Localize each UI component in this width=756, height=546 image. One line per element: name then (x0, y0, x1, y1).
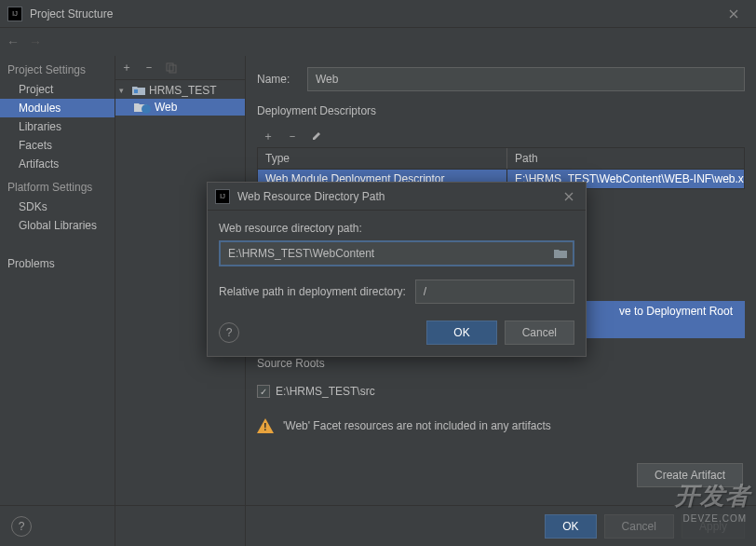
tree-facet-label: Web (155, 101, 177, 114)
deployment-descriptors-heading: Deployment Descriptors (257, 104, 745, 117)
sidebar-item-global-libraries[interactable]: Global Libraries (0, 216, 115, 235)
app-icon: IJ (7, 7, 22, 21)
nav-toolbar: ← → (0, 28, 756, 56)
sidebar-heading-platform: Platform Settings (0, 177, 115, 198)
source-roots-heading: Source Roots (257, 357, 745, 370)
add-descriptor-icon[interactable]: ＋ (261, 129, 276, 143)
folder-icon (132, 85, 145, 96)
ok-button[interactable]: OK (545, 514, 596, 539)
module-tree: ▾ HRMS_TEST Web (115, 80, 245, 116)
sidebar-item-facets[interactable]: Facets (0, 136, 115, 155)
module-toolbar: ＋ － (115, 56, 245, 80)
table-header: Type Path (258, 148, 744, 170)
source-root-row[interactable]: ✓ E:\HRMS_TEST\src (257, 377, 745, 405)
dialog-help-icon[interactable]: ? (219, 322, 239, 343)
dialog-label-path: Web resource directory path: (219, 222, 574, 235)
window-title: Project Structure (30, 7, 719, 20)
dialog-title: Web Resource Directory Path (237, 190, 560, 203)
bottom-bar: ? OK Cancel Apply (0, 505, 756, 546)
dialog-path-input-wrap (219, 240, 574, 266)
help-icon[interactable]: ? (11, 516, 32, 537)
svg-rect-2 (134, 89, 138, 93)
descriptors-toolbar: ＋ － (257, 125, 745, 147)
remove-descriptor-icon[interactable]: － (285, 129, 300, 143)
sidebar-item-sdks[interactable]: SDKs (0, 198, 115, 216)
dialog-label-relative: Relative path in deployment directory: (219, 285, 406, 298)
sidebar-item-problems[interactable]: Problems (0, 248, 115, 273)
add-icon[interactable]: ＋ (119, 61, 134, 75)
browse-folder-icon[interactable] (554, 248, 567, 259)
dialog-ok-button[interactable]: OK (426, 321, 496, 345)
create-artifact-button[interactable]: Create Artifact (637, 463, 743, 487)
dialog-titlebar: IJ Web Resource Directory Path (208, 183, 586, 211)
sidebar: Project Settings Project Modules Librari… (0, 56, 115, 546)
sidebar-item-artifacts[interactable]: Artifacts (0, 155, 115, 173)
caret-down-icon: ▾ (119, 86, 128, 95)
col-type[interactable]: Type (258, 148, 507, 169)
col-path[interactable]: Path (507, 148, 744, 169)
sidebar-item-modules[interactable]: Modules (0, 99, 115, 117)
titlebar: IJ Project Structure (0, 0, 756, 28)
apply-button[interactable]: Apply (682, 514, 745, 539)
dialog-path-input[interactable] (221, 242, 554, 265)
dialog-cancel-button[interactable]: Cancel (505, 321, 574, 345)
sidebar-heading-project: Project Settings (0, 60, 115, 80)
back-icon[interactable]: ← (4, 33, 22, 51)
name-label: Name: (257, 73, 296, 86)
forward-icon[interactable]: → (26, 33, 45, 51)
warning-icon (257, 418, 274, 433)
sidebar-item-libraries[interactable]: Libraries (0, 117, 115, 136)
warning-text: 'Web' Facet resources are not included i… (283, 419, 551, 432)
source-root-path: E:\HRMS_TEST\src (276, 385, 375, 398)
name-input[interactable] (307, 67, 745, 91)
sidebar-item-project[interactable]: Project (0, 80, 115, 99)
tree-module-label: HRMS_TEST (149, 84, 217, 97)
cancel-button[interactable]: Cancel (604, 514, 674, 539)
checkbox-icon[interactable]: ✓ (257, 385, 270, 398)
tree-facet-web[interactable]: Web (115, 99, 245, 116)
dialog-close-icon[interactable] (560, 185, 578, 208)
edit-descriptor-icon[interactable] (309, 129, 324, 143)
dialog-relative-input[interactable] (415, 280, 574, 304)
copy-icon[interactable] (164, 61, 179, 75)
remove-icon[interactable]: － (142, 61, 156, 75)
dialog-web-resource-path: IJ Web Resource Directory Path Web resou… (207, 182, 587, 357)
dialog-app-icon: IJ (215, 189, 230, 204)
globe-icon (142, 104, 151, 114)
close-icon[interactable] (719, 3, 749, 25)
tree-module[interactable]: ▾ HRMS_TEST (115, 82, 245, 99)
